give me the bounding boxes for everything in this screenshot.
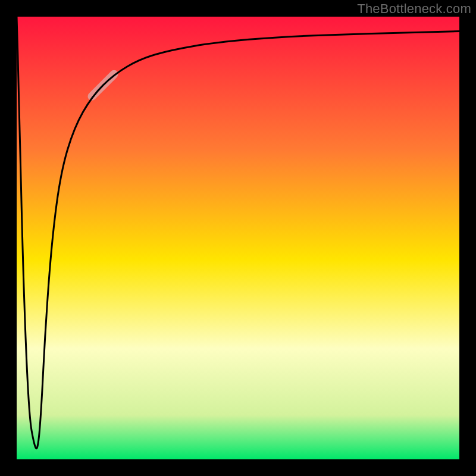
- chart-background: [17, 17, 459, 459]
- chart-svg: [17, 17, 459, 459]
- chart-root: TheBottleneck.com: [0, 0, 476, 476]
- plot-area: [17, 17, 459, 459]
- watermark-text: TheBottleneck.com: [357, 1, 471, 17]
